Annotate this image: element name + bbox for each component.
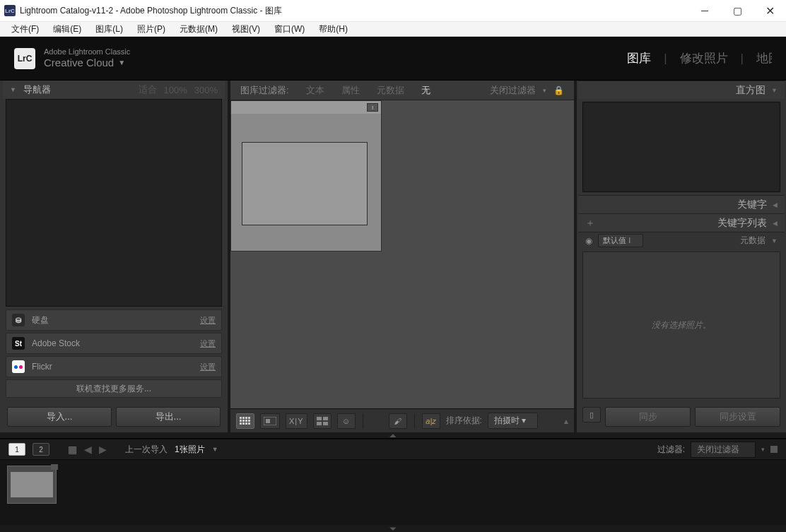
svg-rect-5 [242,420,245,422]
collapse-icon[interactable]: ▼ [771,237,778,244]
sync-button[interactable]: 同步 [605,407,691,427]
service-harddrive[interactable]: ⛁ 硬盘 设置 [6,309,222,331]
svg-rect-15 [323,417,328,420]
filmstrip[interactable] [0,460,786,525]
left-panel: ▼ 导航器 适合 100% 300% ⛁ 硬盘 设置 St Adobe Stoc… [0,81,230,432]
collapse-icon[interactable]: ◀ [773,201,778,208]
histogram-header[interactable]: 直方图 ▼ [578,81,785,99]
navigator-preview[interactable] [6,99,222,307]
metadata-toolbar: ◉ 默认值 ⁞ 元数据 ▼ [578,232,785,249]
module-map[interactable]: 地图 [756,50,772,66]
service-flickr-label: Flickr [32,362,52,372]
collapse-icon[interactable]: ▼ [771,87,778,94]
panel-collapse-top[interactable]: ▲ [0,432,786,438]
panel-collapse-bottom[interactable]: ▼ [0,525,786,532]
svg-rect-14 [317,417,322,420]
filter-menu-icon[interactable]: ▾ [761,446,765,453]
svg-rect-1 [242,417,245,419]
photo-thumbnail[interactable] [242,142,368,225]
menu-metadata[interactable]: 元数据(M) [172,22,225,37]
svg-rect-8 [240,422,242,425]
service-setup-link[interactable]: 设置 [200,362,216,372]
module-develop[interactable]: 修改照片 [680,50,728,66]
sync-switch-icon: ▯ [590,410,594,420]
chevron-down-icon: ▼ [387,526,399,532]
brand-line2[interactable]: Creative Cloud [44,57,114,69]
filter-none[interactable]: 无 [421,84,430,97]
sort-direction-button[interactable]: a|z [422,413,440,429]
window-maximize-button[interactable]: ▢ [721,0,753,21]
view-grid-button[interactable] [236,413,254,429]
sort-az-icon: a|z [426,417,435,425]
keywording-header[interactable]: 关键字 ◀ [578,195,785,213]
view-compare-button[interactable]: X|Y [286,413,307,429]
sync-toggle-button[interactable]: ▯ [582,407,601,422]
import-button[interactable]: 导入... [7,407,112,427]
menu-edit[interactable]: 编辑(E) [46,22,88,37]
grid-cell[interactable]: ! [230,100,382,252]
painter-tool-button[interactable]: 🖌 [389,413,407,429]
nav-next-icon[interactable]: ▶ [99,444,107,455]
svg-rect-17 [323,422,328,425]
metadata-preset-select[interactable]: 默认值 ⁞ [598,234,643,247]
service-adobestock[interactable]: St Adobe Stock 设置 [6,333,222,354]
brand-dropdown-icon[interactable]: ▼ [118,59,125,67]
compare-icon: X|Y [289,417,304,425]
navigator-header[interactable]: ▼ 导航器 适合 100% 300% [3,81,225,99]
menu-library[interactable]: 图库(L) [88,22,130,37]
source-dropdown-icon[interactable]: ▼ [212,446,218,453]
svg-rect-7 [248,420,250,422]
nav-100[interactable]: 100% [164,85,187,95]
filmstrip-footer: 1 2 ▦ ◀ ▶ 上一次导入 1张照片 ▼ 过滤器: 关闭过滤器 ▾ ▼ [0,438,786,532]
histogram-box[interactable] [582,102,780,192]
grid-view[interactable]: ! [230,100,574,408]
library-filter-bar: 图库过滤器: 文本 属性 元数据 无 关闭过滤器 ▾ 🔒 [230,81,574,100]
window-close-button[interactable]: ✕ [753,0,786,21]
view-people-button[interactable]: ☺ [337,413,356,429]
window-minimize-button[interactable]: ─ [688,0,721,21]
module-separator: | [741,52,744,66]
sync-settings-button[interactable]: 同步设置 [695,407,780,427]
filter-text[interactable]: 文本 [306,84,324,97]
filmstrip-thumbnail[interactable] [7,466,57,504]
toolbar-expand-icon[interactable]: ▴ [564,416,568,426]
photo-badge-icon[interactable]: ! [367,103,378,112]
secondary-display-button[interactable]: 2 [33,443,49,456]
footer-filter-select[interactable]: 关闭过滤器 [691,442,756,458]
filter-lock-icon[interactable]: 🔒 [553,85,564,95]
menu-photo[interactable]: 照片(P) [130,22,172,37]
collapse-icon[interactable]: ◀ [773,220,778,227]
grid-icon [240,417,251,425]
add-keyword-icon[interactable]: ＋ [585,217,595,230]
menu-window[interactable]: 窗口(W) [267,22,312,37]
svg-rect-10 [245,422,247,425]
collapse-icon[interactable]: ▼ [10,86,16,93]
service-setup-link[interactable]: 设置 [200,338,216,349]
source-label[interactable]: 上一次导入 [125,444,168,456]
primary-display-button[interactable]: 1 [8,443,25,456]
lightroom-logo-icon: LrC [14,48,35,69]
filter-metadata[interactable]: 元数据 [377,84,404,97]
nav-fit[interactable]: 适合 [139,83,157,96]
view-survey-button[interactable] [313,413,332,429]
module-library[interactable]: 图库 [627,50,651,66]
nav-prev-icon[interactable]: ◀ [84,444,92,455]
filter-dropdown-icon[interactable]: ▾ [543,87,546,94]
filter-close[interactable]: 关闭过滤器 [490,84,536,97]
export-button[interactable]: 导出... [116,407,221,427]
metadata-eye-icon[interactable]: ◉ [585,236,592,246]
keyword-list-header[interactable]: ＋ 关键字列表 ◀ [578,213,785,232]
nav-300[interactable]: 300% [194,85,218,95]
menu-file[interactable]: 文件(F) [4,22,46,37]
filter-lock-toggle[interactable] [770,446,778,453]
service-setup-link[interactable]: 设置 [200,315,216,326]
filter-attribute[interactable]: 属性 [341,84,360,97]
find-more-services[interactable]: 联机查找更多服务... [6,379,222,398]
loupe-icon [264,417,276,425]
menu-view[interactable]: 视图(V) [225,22,267,37]
view-loupe-button[interactable] [260,413,280,429]
service-flickr[interactable]: Flickr 设置 [6,356,222,377]
sort-select[interactable]: 拍摄时 ▾ [488,413,538,429]
menu-help[interactable]: 帮助(H) [312,22,355,37]
filmstrip-grid-icon[interactable]: ▦ [68,444,77,455]
